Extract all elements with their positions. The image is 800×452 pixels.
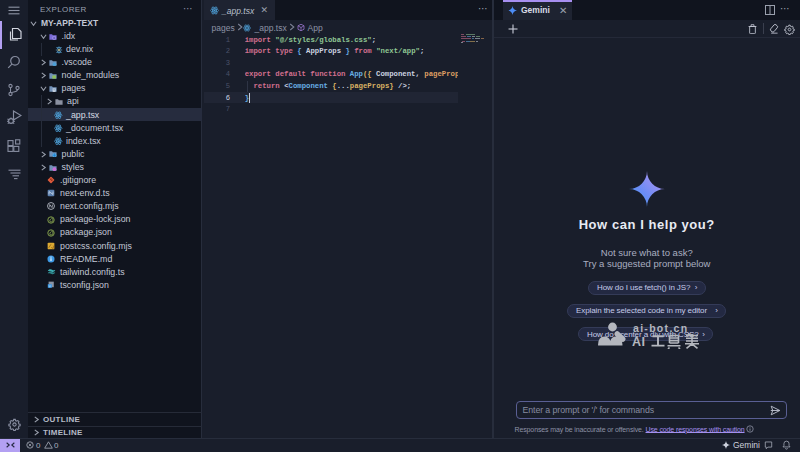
- svg-text:ai-bot.cn: ai-bot.cn: [633, 322, 688, 334]
- svg-text:AI: AI: [632, 335, 646, 349]
